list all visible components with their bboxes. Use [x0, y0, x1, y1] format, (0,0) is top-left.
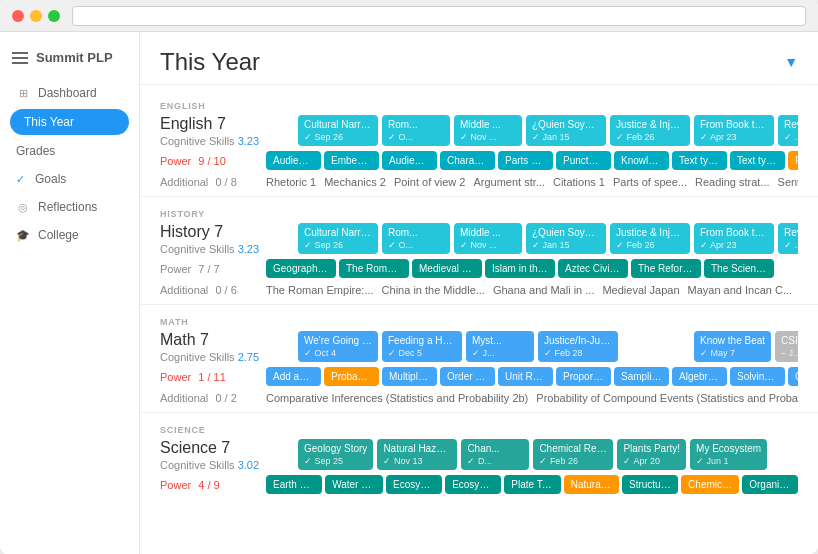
- sidebar-label-grades: Grades: [16, 144, 55, 158]
- pcard[interactable]: Natural Ha...: [564, 475, 619, 494]
- pcard[interactable]: Text type...: [672, 151, 727, 170]
- pcard[interactable]: Audience...: [266, 151, 321, 170]
- sidebar-item-college[interactable]: 🎓 College: [0, 221, 139, 249]
- card[interactable]: Plants Party!✓ Apr 20: [617, 439, 686, 470]
- card[interactable]: From Book to Screen✓ Apr 23: [694, 223, 774, 254]
- card[interactable]: Rev...✓ ...: [778, 115, 798, 146]
- history-name: History 7: [160, 223, 290, 241]
- history-power-score: 7 / 7: [198, 263, 219, 275]
- science-power-text: Power: [160, 479, 191, 491]
- card[interactable]: Natural Hazards: C...✓ Nov 13: [377, 439, 457, 470]
- science-label: SCIENCE: [140, 417, 818, 437]
- pcard[interactable]: Aztec Civilization: [558, 259, 628, 278]
- pcard[interactable]: Earth Mate...: [266, 475, 322, 494]
- english-cog-label: Cognitive Skills: [160, 135, 238, 147]
- sidebar-item-dashboard[interactable]: ⊞ Dashboard: [0, 79, 139, 107]
- add-item: Mayan and Incan C...: [688, 284, 793, 296]
- reflection-icon: ◎: [16, 200, 30, 214]
- pcard[interactable]: Ecosystem...: [445, 475, 501, 494]
- maximize-button[interactable]: [48, 10, 60, 22]
- card[interactable]: Justice & Injustice In...✓ Feb 26: [610, 115, 690, 146]
- card[interactable]: Middle ...✓ Nov ...: [454, 223, 522, 254]
- url-bar[interactable]: [72, 6, 806, 26]
- card-csi[interactable]: CSI:...– J...: [775, 331, 798, 362]
- sidebar-item-this-year[interactable]: This Year: [10, 109, 129, 135]
- pcard[interactable]: Geography: Con...: [266, 259, 336, 278]
- pcard[interactable]: Ecosystem...: [386, 475, 442, 494]
- math-power-cards: Add and... Probabi... Multiply... Order …: [266, 367, 798, 386]
- math-additional-row: Additional 0 / 2 Comparative Inferences …: [140, 388, 818, 408]
- pcard[interactable]: Unit Rat...: [498, 367, 553, 386]
- pcard[interactable]: Geomet...: [788, 367, 798, 386]
- pcard[interactable]: The Roman Em...: [339, 259, 409, 278]
- english-additional-row: Additional 0 / 8 Rhetoric 1 Mechanics 2 …: [140, 172, 818, 192]
- english-cog-score: 3.23: [238, 135, 259, 147]
- pcard[interactable]: Order of...: [440, 367, 495, 386]
- card[interactable]: Know the Beat✓ May 7: [694, 331, 771, 362]
- pcard[interactable]: Chemical R...: [681, 475, 739, 494]
- pcard[interactable]: Islam in the Mid...: [485, 259, 555, 278]
- english-power-row: Power 9 / 10 Audience... Embeddin... Aud…: [140, 149, 818, 172]
- math-power-score: 1 / 11: [198, 371, 226, 383]
- subject-science: SCIENCE Science 7 Cognitive Skills 3.02 …: [140, 417, 818, 496]
- card[interactable]: Justice/In-Justice: ...✓ Feb 28: [538, 331, 618, 362]
- card[interactable]: ¿Quien Soy?: T...✓ Jan 15: [526, 115, 606, 146]
- card[interactable]: From Book to Screen✓ Apr 23: [694, 115, 774, 146]
- math-additional-text: Additional: [160, 392, 208, 404]
- pcard[interactable]: Samplin...: [614, 367, 669, 386]
- math-additional-score: 0 / 2: [215, 392, 236, 404]
- sidebar-label-goals: Goals: [35, 172, 66, 186]
- pcard[interactable]: Punctuati...: [556, 151, 611, 170]
- pcard[interactable]: The Scientific R...: [704, 259, 774, 278]
- pcard[interactable]: The Reformation: [631, 259, 701, 278]
- sidebar-label-college: College: [38, 228, 79, 242]
- card[interactable]: Myst...✓ J...: [466, 331, 534, 362]
- pcard[interactable]: Plate Tecto...: [504, 475, 560, 494]
- pcard[interactable]: Water and t...: [325, 475, 383, 494]
- english-label: ENGLISH: [140, 93, 818, 113]
- pcard[interactable]: Organisms...: [742, 475, 798, 494]
- pcard[interactable]: Solving...: [730, 367, 785, 386]
- sidebar-item-goals[interactable]: ✓ Goals: [0, 165, 139, 193]
- pcard[interactable]: Probabi...: [324, 367, 379, 386]
- card[interactable]: Rom...✓ O...: [382, 223, 450, 254]
- pcard[interactable]: Audience...: [382, 151, 437, 170]
- filter-icon[interactable]: ▼: [784, 54, 798, 70]
- pcard[interactable]: Parts of s...: [498, 151, 553, 170]
- pcard[interactable]: Structure a...: [622, 475, 678, 494]
- pcard[interactable]: Algebrai...: [672, 367, 727, 386]
- sidebar-item-grades[interactable]: Grades: [0, 137, 139, 165]
- card[interactable]: Geology Story✓ Sep 25: [298, 439, 373, 470]
- pcard[interactable]: Embeddin...: [324, 151, 379, 170]
- menu-icon[interactable]: [12, 52, 28, 64]
- card[interactable]: ¿Quien Soy?: T...✓ Jan 15: [526, 223, 606, 254]
- add-item: Mechanics 2: [324, 176, 386, 188]
- card[interactable]: Rev...✓ ...: [778, 223, 798, 254]
- card[interactable]: Middle ...✓ Nov ...: [454, 115, 522, 146]
- card[interactable]: Feeding a Hungry Planet✓ Dec 5: [382, 331, 462, 362]
- card[interactable]: Chan...✓ D...: [461, 439, 529, 470]
- card[interactable]: Chemical Reactions✓ Feb 26: [533, 439, 613, 470]
- pcard[interactable]: Knowledg...: [614, 151, 669, 170]
- card[interactable]: We're Going o...✓ Oct 4: [298, 331, 378, 362]
- sidebar-label-this-year: This Year: [24, 115, 74, 129]
- card[interactable]: Justice & Injustice In...✓ Feb 26: [610, 223, 690, 254]
- pcard[interactable]: Text type...: [730, 151, 785, 170]
- pcard[interactable]: Proporti...: [556, 367, 611, 386]
- pcard[interactable]: Multiply...: [382, 367, 437, 386]
- english-cog-row: Cognitive Skills 3.23: [160, 135, 290, 147]
- pcard[interactable]: Character...: [440, 151, 495, 170]
- minimize-button[interactable]: [30, 10, 42, 22]
- card[interactable]: My Ecosystem✓ Jun 1: [690, 439, 767, 470]
- card[interactable]: Cultural Narratives Proj...✓ Sep 26: [298, 115, 378, 146]
- pcard[interactable]: Punctuati...: [788, 151, 798, 170]
- close-button[interactable]: [12, 10, 24, 22]
- card[interactable]: Cultural Narratives Proj...✓ Sep 26: [298, 223, 378, 254]
- card[interactable]: Rom...✓ O...: [382, 115, 450, 146]
- pcard[interactable]: Add and...: [266, 367, 321, 386]
- english-additional-items: Rhetoric 1 Mechanics 2 Point of view 2 A…: [266, 176, 798, 188]
- pcard[interactable]: Medieval Europe: [412, 259, 482, 278]
- sidebar-item-reflections[interactable]: ◎ Reflections: [0, 193, 139, 221]
- sidebar-label-reflections: Reflections: [38, 200, 97, 214]
- traffic-lights: [12, 10, 60, 22]
